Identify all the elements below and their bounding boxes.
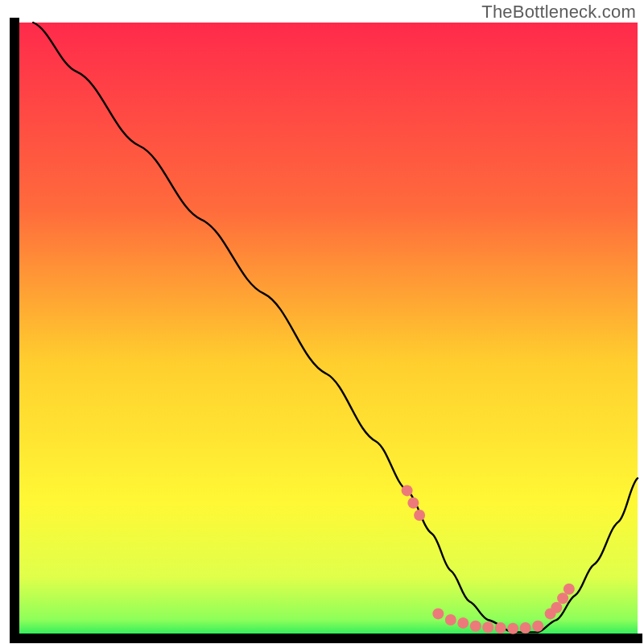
pink-dot <box>520 622 531 634</box>
pink-dot <box>457 617 469 629</box>
pink-dot <box>532 621 543 632</box>
chart-frame: TheBottleneck.com <box>0 0 644 644</box>
pink-dot <box>407 497 419 509</box>
pink-dot <box>402 485 413 496</box>
pink-dot <box>432 608 444 619</box>
bottleneck-chart-svg <box>0 0 644 644</box>
pink-dot <box>551 602 562 613</box>
pink-dot <box>495 622 506 634</box>
pink-dot <box>557 592 568 604</box>
plot-background <box>14 23 638 638</box>
pink-dot <box>507 623 518 634</box>
pink-dot <box>564 584 575 595</box>
pink-dot <box>470 621 481 632</box>
pink-dot <box>482 621 493 633</box>
pink-dot <box>414 510 425 521</box>
pink-dot <box>445 614 456 625</box>
